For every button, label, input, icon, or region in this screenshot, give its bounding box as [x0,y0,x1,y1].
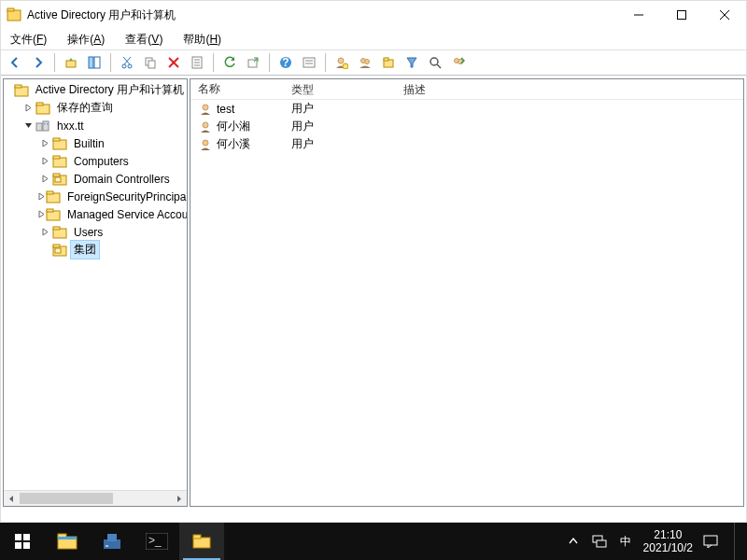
status-bar [1,509,746,522]
svg-rect-43 [44,123,46,125]
notifications-icon[interactable] [702,533,719,550]
taskbar-explorer[interactable] [45,523,90,560]
tree: Active Directory 用户和计算机 保存的查询 hxx.tt Bui… [4,79,187,260]
chevron-right-icon[interactable] [37,228,52,236]
find-button[interactable] [299,52,319,73]
scroll-right-icon[interactable] [171,491,187,507]
svg-rect-32 [384,58,388,61]
search-button[interactable] [425,52,445,73]
taskbar-cmd[interactable]: >_ [134,523,179,560]
tree-item[interactable]: Computers [4,152,187,170]
scroll-left-icon[interactable] [4,491,20,507]
ime-indicator[interactable]: 中 [617,533,634,550]
cell-name: test [217,103,234,116]
new-group-button[interactable] [355,52,375,73]
chevron-right-icon[interactable] [37,210,46,218]
svg-rect-79 [597,540,606,547]
taskbar-server-manager[interactable] [90,523,134,560]
toolbar: ? [1,49,746,76]
column-name[interactable]: 名称 [190,79,284,99]
menu-view[interactable]: 查看(V) [120,30,168,49]
cell-name: 何小湘 [217,119,250,134]
svg-rect-3 [678,11,686,20]
svg-rect-44 [47,123,49,125]
tree-item[interactable]: Users [4,223,187,241]
svg-rect-66 [15,542,21,549]
menu-help[interactable]: 帮助(H) [177,30,227,49]
up-button[interactable] [61,52,81,73]
svg-rect-53 [47,191,53,194]
column-desc[interactable]: 描述 [396,79,743,99]
clock[interactable]: 21:10 2021/10/2 [643,528,693,554]
svg-rect-60 [55,248,61,253]
chevron-down-icon[interactable] [21,121,35,130]
minimize-button[interactable] [617,1,660,29]
chevron-right-icon[interactable] [21,104,35,112]
add-to-group-button[interactable] [448,52,469,73]
forward-button[interactable] [28,52,49,73]
svg-rect-14 [148,61,155,68]
list-item[interactable]: 何小溪用户 [190,135,743,153]
new-ou-button[interactable] [378,52,399,73]
list-item[interactable]: test用户 [190,100,743,118]
svg-rect-46 [53,138,60,141]
filter-button[interactable] [402,52,422,73]
column-type[interactable]: 类型 [284,79,396,99]
tree-item[interactable]: ForeignSecurityPrincipals [4,188,187,205]
chevron-right-icon[interactable] [37,139,52,147]
maximize-button[interactable] [660,1,703,29]
delete-button[interactable] [163,52,184,73]
close-button[interactable] [703,1,746,29]
svg-rect-59 [53,245,60,247]
tree-saved-queries[interactable]: 保存的查询 [4,99,187,117]
cut-button[interactable] [117,52,137,73]
menu-file[interactable]: 文件(F) [5,30,52,49]
folder-icon [52,136,67,151]
back-button[interactable] [5,52,25,73]
tray-chevron-up-icon[interactable] [565,533,582,550]
svg-point-10 [128,64,132,68]
tree-pane[interactable]: Active Directory 用户和计算机 保存的查询 hxx.tt Bui… [3,78,188,507]
svg-rect-1 [7,8,14,11]
horizontal-scrollbar[interactable] [4,490,187,506]
menu-action[interactable]: 操作(A) [62,30,110,49]
tree-label: Domain Controllers [71,172,173,187]
tree-label: hxx.tt [54,119,87,133]
list-pane[interactable]: 名称 类型 描述 test用户何小湘用户何小溪用户 [190,78,744,507]
svg-rect-77 [193,535,201,539]
chevron-right-icon[interactable] [37,192,46,201]
tree-item[interactable]: Builtin [4,134,187,152]
refresh-button[interactable] [219,52,240,73]
system-tray: 中 21:10 2021/10/2 [565,523,747,560]
tree-item[interactable]: Managed Service Accounts [4,205,187,223]
show-desktop-button[interactable] [734,523,740,560]
tree-item[interactable]: 集团 [4,241,187,259]
show-hide-tree-button[interactable] [84,52,105,73]
tree-item[interactable]: Domain Controllers [4,170,187,188]
clock-time: 21:10 [643,528,693,541]
svg-rect-57 [53,227,60,230]
svg-rect-80 [704,536,717,545]
folder-icon [52,225,67,240]
svg-rect-55 [47,209,53,212]
svg-rect-76 [193,538,210,548]
folder-icon [46,207,61,222]
chevron-right-icon[interactable] [37,175,52,183]
start-button[interactable] [0,523,45,560]
chevron-right-icon[interactable] [37,157,52,165]
scroll-thumb[interactable] [20,493,113,504]
list-item[interactable]: 何小湘用户 [190,118,743,135]
copy-button[interactable] [140,52,161,73]
new-user-button[interactable] [331,52,352,73]
tree-root[interactable]: Active Directory 用户和计算机 [4,81,187,99]
toolbar-separator [213,53,214,72]
app-window: Active Directory 用户和计算机 文件(F) 操作(A) 查看(V… [0,0,747,523]
window-title: Active Directory 用户和计算机 [27,7,617,23]
tree-label: Computers [71,154,132,169]
properties-button[interactable] [187,52,207,73]
taskbar-aduc[interactable] [179,523,224,560]
tree-domain[interactable]: hxx.tt [4,117,187,134]
network-icon[interactable] [591,533,608,550]
help-button[interactable]: ? [275,52,296,73]
export-button[interactable] [243,52,263,73]
